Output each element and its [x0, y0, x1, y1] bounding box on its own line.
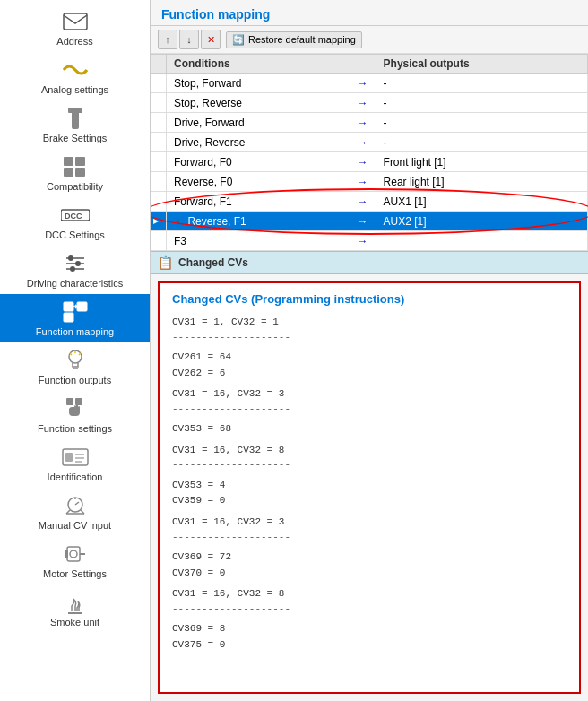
physical-output-cell[interactable]: Rear light [1] — [376, 172, 587, 192]
svg-point-14 — [70, 266, 75, 272]
sidebar-item-function-settings[interactable]: Function settings — [0, 391, 150, 439]
sidebar-item-manual-cv[interactable]: Manual CV input — [0, 488, 150, 536]
cv-line: CV261 = 64 — [172, 350, 566, 366]
changed-cvs-header: 📋 Changed CVs — [151, 251, 588, 274]
bulb-icon — [61, 348, 90, 373]
row-indicator — [151, 93, 167, 113]
condition-cell[interactable]: Reverse, F0 — [167, 172, 350, 192]
sidebar-label-function-outputs: Function outputs — [39, 375, 111, 385]
sliders-icon — [61, 251, 90, 276]
condition-cell[interactable]: Drive, Reverse — [167, 133, 350, 152]
cv-separator: -------------------- — [172, 458, 566, 472]
cv-group: CV31 = 16, CV32 = 3-------------------- — [172, 386, 566, 416]
restore-default-button[interactable]: 🔄 Restore default mapping — [226, 31, 362, 48]
sidebar-item-function-outputs[interactable]: Function outputs — [0, 342, 150, 391]
cv-line: CV353 = 4 — [172, 478, 566, 494]
tool-dial-icon — [61, 493, 90, 518]
svg-rect-24 — [66, 398, 74, 405]
svg-rect-27 — [65, 453, 73, 462]
cv-group: CV31 = 16, CV32 = 8-------------------- — [172, 586, 566, 616]
mapping-toolbar: ↑ ↓ ✕ 🔄 Restore default mapping — [151, 26, 588, 54]
sidebar-item-motor-settings[interactable]: Motor Settings — [0, 536, 150, 584]
row-indicator — [151, 113, 167, 133]
row-indicator — [151, 152, 167, 172]
sidebar-item-smoke-unit[interactable]: Smoke unit — [0, 584, 150, 633]
cv-groups: CV31 = 1, CV32 = 1--------------------CV… — [172, 315, 566, 653]
cv-line: CV262 = 6 — [172, 366, 566, 382]
sidebar-label-dcc: DCC Settings — [45, 229, 105, 240]
cv-separator: -------------------- — [172, 402, 566, 416]
condition-cell[interactable]: Stop, Forward — [167, 74, 350, 93]
svg-point-39 — [70, 550, 77, 558]
sidebar-item-compatibility[interactable]: Compatibility — [0, 149, 150, 197]
sidebar-item-analog-settings[interactable]: Analog settings — [0, 52, 150, 100]
wrench-icon — [61, 106, 90, 131]
sidebar-label-motor: Motor Settings — [43, 568, 107, 579]
svg-rect-15 — [64, 302, 74, 311]
row-indicator — [151, 231, 167, 251]
mapping-table-wrapper: Conditions Physical outputs Stop, Forwar… — [151, 54, 588, 251]
svg-rect-2 — [68, 108, 82, 113]
sidebar-item-brake-settings[interactable]: Brake Settings — [0, 100, 150, 149]
row-indicator: ▶ — [151, 212, 167, 231]
changed-cvs-title: Changed CVs (Programming instructions) — [172, 292, 566, 306]
svg-line-33 — [75, 502, 79, 505]
sidebar-label-compat: Compatibility — [47, 181, 103, 192]
sidebar-item-dcc-settings[interactable]: DCC DCC Settings — [0, 197, 150, 246]
condition-cell[interactable]: Forward, F1 — [167, 192, 350, 212]
physical-output-cell[interactable]: Front light [1] — [376, 152, 587, 172]
move-down-button[interactable]: ↓ — [179, 30, 199, 49]
svg-line-23 — [70, 353, 72, 355]
sidebar-item-address[interactable]: Address — [0, 4, 150, 52]
svg-rect-0 — [64, 13, 87, 30]
cv-line: CV369 = 8 — [172, 621, 566, 637]
svg-rect-3 — [64, 157, 74, 166]
arrow-cell: → — [350, 172, 376, 192]
svg-rect-16 — [77, 302, 87, 311]
cv-group: CV261 = 64CV262 = 6 — [172, 350, 566, 381]
sidebar-label-brake: Brake Settings — [43, 133, 108, 143]
condition-cell[interactable]: ▼ Reverse, F1 — [167, 212, 350, 231]
physical-output-cell[interactable]: - — [376, 133, 587, 152]
main-content: Function mapping ↑ ↓ ✕ 🔄 Restore default… — [151, 0, 588, 701]
cv-group: CV31 = 16, CV32 = 3-------------------- — [172, 515, 566, 544]
sidebar-item-identification[interactable]: Identification — [0, 439, 150, 488]
sidebar-label-identification: Identification — [48, 472, 103, 482]
motor-icon — [61, 541, 90, 567]
physical-output-cell[interactable]: - — [376, 113, 587, 133]
condition-cell[interactable]: Drive, Forward — [167, 113, 350, 133]
condition-cell[interactable]: F3 — [167, 231, 350, 251]
sidebar-item-function-mapping[interactable]: Function mapping — [0, 294, 150, 342]
svg-point-13 — [75, 261, 81, 266]
cv-separator: -------------------- — [172, 331, 566, 344]
svg-point-12 — [68, 255, 74, 261]
mapping-table: Conditions Physical outputs Stop, Forwar… — [151, 54, 588, 251]
condition-cell[interactable]: Stop, Reverse — [167, 93, 350, 113]
row-indicator — [151, 74, 167, 93]
sidebar-label-function-mapping: Function mapping — [36, 326, 114, 337]
cv-group: CV353 = 4CV359 = 0 — [172, 478, 566, 509]
physical-output-cell[interactable]: AUX2 [1] — [376, 212, 587, 231]
function-mapping-title: Function mapping — [151, 0, 588, 26]
svg-text:DCC: DCC — [65, 212, 82, 221]
physical-output-cell[interactable]: - — [376, 93, 587, 113]
cv-line: CV31 = 16, CV32 = 3 — [172, 386, 566, 402]
cv-line: CV369 = 72 — [172, 550, 566, 566]
condition-cell[interactable]: Forward, F0 — [167, 152, 350, 172]
sidebar-item-driving-characteristics[interactable]: Driving characteristics — [0, 246, 150, 294]
arrow-cell: → — [350, 133, 376, 152]
physical-output-cell[interactable]: - — [376, 74, 587, 93]
arrow-cell: → — [350, 212, 376, 231]
physical-output-cell[interactable]: AUX1 [1] — [376, 192, 587, 212]
physical-output-cell[interactable] — [376, 231, 587, 251]
move-up-button[interactable]: ↑ — [158, 30, 177, 49]
delete-button[interactable]: ✕ — [201, 30, 220, 49]
cv-group: CV369 = 72CV370 = 0 — [172, 550, 566, 581]
col-conditions: Conditions — [167, 55, 350, 74]
restore-icon: 🔄 — [232, 34, 245, 46]
svg-rect-6 — [75, 168, 85, 177]
envelope-icon — [61, 9, 90, 34]
sidebar-label-driving: Driving characteristics — [27, 278, 124, 289]
sidebar-label-smoke: Smoke unit — [50, 617, 99, 627]
cv-group: CV369 = 8CV375 = 0 — [172, 621, 566, 653]
